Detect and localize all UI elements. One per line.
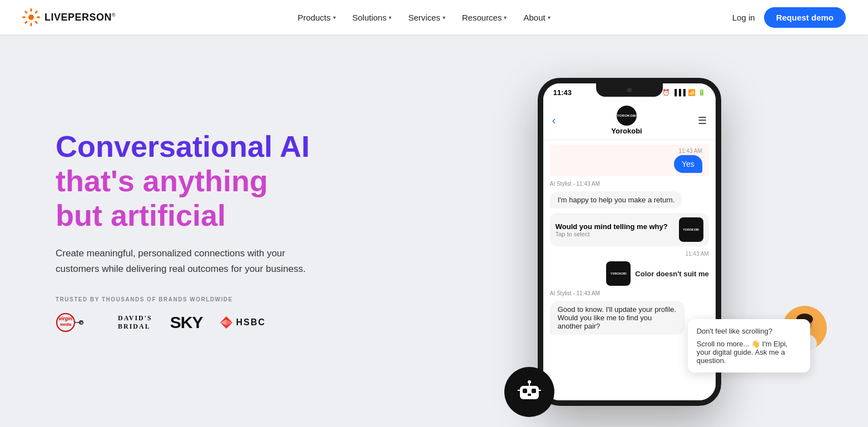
popup-line1: Don't feel like scrolling? (697, 327, 801, 335)
svg-rect-2 (34, 11, 38, 14)
svg-rect-6 (24, 21, 28, 24)
msg-row-right: 11:43 AM Yes (557, 148, 702, 173)
nav-actions: Log in Request demo (732, 7, 846, 28)
svg-text:virgin: virgin (59, 316, 73, 321)
liveperson-logo-icon (22, 8, 40, 26)
login-link[interactable]: Log in (732, 13, 755, 22)
bot-message-profile: Good to know. I'll update your profile. … (550, 301, 685, 335)
card-title: Would you mind telling me why? (555, 222, 674, 231)
trusted-label: TRUSTED BY THOUSANDS OF BRANDS WORLDWIDE (56, 296, 390, 302)
logo-text: LIVELIVEPERSONPERSON® (44, 12, 116, 23)
davids-bridal-logo: David'sBRIDAL (118, 314, 152, 331)
robot-icon-circle (504, 367, 554, 417)
nav-about[interactable]: About ▾ (517, 9, 557, 26)
color-brand-box: YOROKOBI (606, 261, 631, 286)
request-demo-button[interactable]: Request demo (764, 7, 846, 28)
svg-text:media: media (60, 322, 71, 326)
back-icon[interactable]: ‹ (552, 114, 556, 127)
hero-subtitle: Create meaningful, personalized connecti… (56, 246, 323, 276)
svg-rect-7 (22, 17, 26, 18)
navbar: LIVELIVEPERSONPERSON® Products ▾ Solutio… (0, 0, 868, 34)
svg-rect-21 (528, 394, 531, 396)
chevron-down-icon: ▾ (504, 14, 507, 21)
chat-avatar: YOROKOBI (617, 106, 637, 126)
camera-icon (627, 88, 632, 92)
battery-icon: 🔋 (698, 89, 706, 96)
bot-message-return: I'm happy to help you make a return. (550, 191, 683, 208)
popup-line2: Scroll no more... 👋 I'm Elpi, your digit… (697, 340, 801, 365)
chat-contact-info: YOROKOBI Yorokobi (611, 106, 642, 135)
hero-content: Conversational AI that's anything but ar… (0, 85, 434, 377)
phone-notch (596, 83, 663, 97)
alarm-icon: ⏰ (662, 89, 670, 96)
msg-sender-label-2: AI Stylist - 11:43 AM (550, 290, 709, 296)
chevron-down-icon: ▾ (389, 14, 391, 21)
wifi-icon: 📶 (688, 89, 696, 96)
svg-point-0 (28, 14, 34, 20)
svg-rect-18 (520, 386, 539, 399)
svg-rect-8 (24, 11, 28, 14)
card-message: Would you mind telling me why? Tap to se… (550, 213, 709, 246)
svg-rect-19 (523, 389, 527, 393)
nav-solutions[interactable]: Solutions ▾ (346, 9, 399, 26)
color-msg-text: Color doesn't suit me (635, 270, 708, 278)
phone-mockup-area: 11:43 ⏰ ▐▐▐ 📶 🔋 ‹ YOROKOBI (390, 34, 868, 427)
nav-links: Products ▾ Solutions ▾ Services ▾ Resour… (291, 9, 557, 26)
svg-rect-5 (31, 23, 32, 26)
svg-rect-4 (34, 21, 38, 24)
user-message-yes: Yes (674, 155, 702, 173)
msg-sender-label: AI Stylist - 11:43 AM (550, 181, 709, 187)
chevron-down-icon: ▾ (443, 14, 445, 21)
svg-point-23 (528, 380, 531, 384)
bot-message-row-2: Good to know. I'll update your profile. … (550, 301, 709, 335)
svg-rect-1 (31, 8, 32, 12)
chat-header: ‹ YOROKOBI Yorokobi ☰ (543, 101, 716, 140)
card-brand-logo: YOROKOBI (679, 217, 703, 242)
pink-bg-area: 11:43 AM Yes (550, 145, 709, 176)
svg-text:✕: ✕ (80, 321, 83, 324)
status-icons: ⏰ ▐▐▐ 📶 🔋 (662, 89, 705, 96)
hero-section: Conversational AI that's anything but ar… (0, 0, 868, 427)
nav-resources[interactable]: Resources ▾ (455, 9, 514, 26)
signal-icon: ▐▐▐ (672, 89, 685, 96)
msg-timestamp: 11:43 AM (678, 148, 702, 154)
virgin-media-logo: virgin media ✕ (56, 312, 100, 332)
chevron-down-icon: ▾ (548, 14, 550, 21)
hsbc-logo: HSBC (220, 316, 265, 329)
nav-services[interactable]: Services ▾ (401, 9, 452, 26)
brand-logos: virgin media ✕ David'sBRIDAL SKY (56, 312, 390, 332)
logo[interactable]: LIVELIVEPERSONPERSON® (22, 8, 116, 26)
chat-popup: Don't feel like scrolling? Scroll no mor… (688, 319, 810, 373)
phone-wrapper: 11:43 ⏰ ▐▐▐ 📶 🔋 ‹ YOROKOBI (538, 78, 721, 406)
nav-products[interactable]: Products ▾ (291, 9, 342, 26)
hero-title: Conversational AI that's anything but ar… (56, 129, 390, 232)
menu-icon[interactable]: ☰ (698, 115, 707, 127)
svg-rect-3 (37, 17, 40, 18)
sky-logo: SKY (170, 313, 203, 332)
bot-message-row: I'm happy to help you make a return. (550, 191, 709, 208)
color-msg-row: YOROKOBI Color doesn't suit me (550, 261, 709, 286)
chevron-down-icon: ▾ (333, 14, 336, 21)
svg-rect-20 (532, 389, 536, 393)
card-subtitle: Tap to select (555, 231, 674, 237)
msg-timestamp-right2: 11:43 AM (550, 251, 709, 257)
